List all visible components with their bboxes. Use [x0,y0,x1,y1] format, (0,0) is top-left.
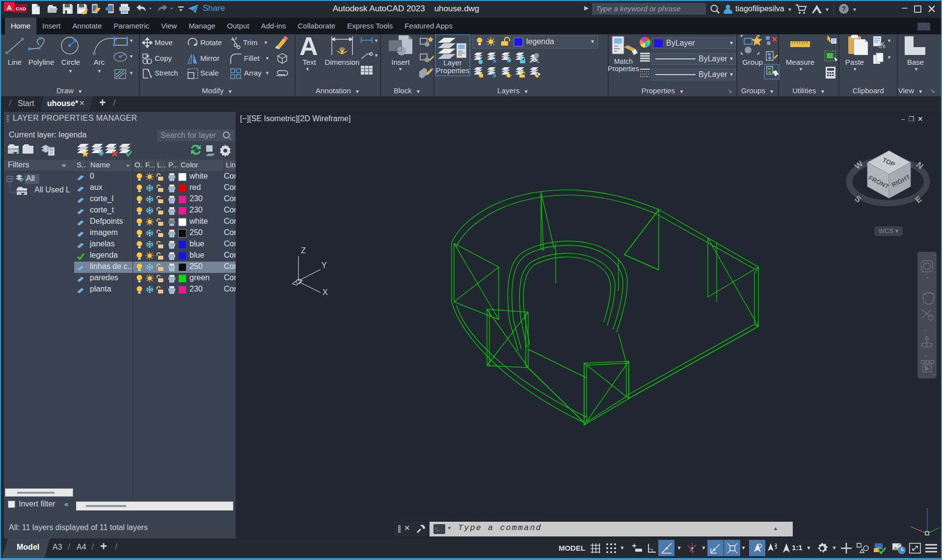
svg-text:A: A [7,3,12,12]
svg-text:X: X [323,288,328,296]
svg-text:CAD: CAD [16,6,26,11]
svg-text:?: ? [842,5,846,13]
svg-text:Y: Y [322,261,327,269]
svg-text:Z: Z [301,246,306,255]
